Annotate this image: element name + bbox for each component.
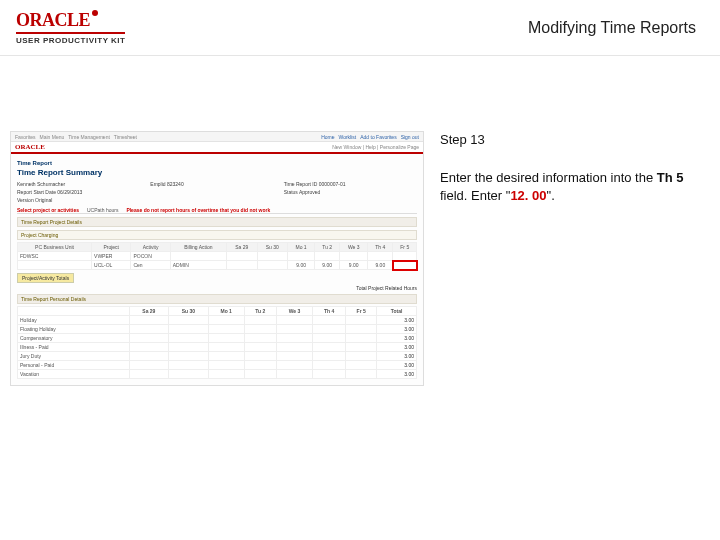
summary-trid: Time Report ID 0000007-01: [284, 181, 417, 187]
col: Fr 5: [393, 243, 417, 252]
top-link[interactable]: Worklist: [339, 134, 357, 140]
cell[interactable]: [169, 370, 209, 379]
cell[interactable]: [346, 334, 377, 343]
lbl: Status: [284, 189, 298, 195]
cell[interactable]: [129, 370, 168, 379]
row-total: 3.00: [377, 370, 417, 379]
button-row: Project/Activity Totals: [17, 273, 417, 283]
cell[interactable]: [276, 361, 312, 370]
cell[interactable]: [129, 325, 168, 334]
cell[interactable]: [313, 370, 346, 379]
cell[interactable]: 9.00: [340, 261, 368, 270]
val: 06/29/2013: [57, 189, 82, 195]
cell[interactable]: 9.00: [315, 261, 340, 270]
cell[interactable]: [257, 261, 287, 270]
step-label: Step 13: [440, 131, 702, 149]
top-link[interactable]: Sign out: [401, 134, 419, 140]
cell[interactable]: [208, 370, 244, 379]
cell[interactable]: [208, 325, 244, 334]
instruction-text: Enter the desired information into the T…: [440, 169, 702, 205]
val: Approved: [299, 189, 320, 195]
th5-input[interactable]: [393, 261, 417, 270]
cell[interactable]: [244, 334, 276, 343]
cell[interactable]: [346, 352, 377, 361]
window-links: New Window | Help | Personalize Page: [332, 144, 419, 150]
cell[interactable]: [276, 352, 312, 361]
cell[interactable]: [313, 361, 346, 370]
cell[interactable]: [313, 316, 346, 325]
cell[interactable]: Cen: [131, 261, 170, 270]
cell[interactable]: POCON: [131, 252, 170, 261]
cell[interactable]: [208, 316, 244, 325]
cell[interactable]: [227, 252, 257, 261]
cell[interactable]: [276, 316, 312, 325]
cell[interactable]: [208, 352, 244, 361]
cell[interactable]: VWPER: [92, 252, 131, 261]
breadcrumb-item: Timesheet: [114, 134, 137, 140]
cell[interactable]: [208, 334, 244, 343]
cell[interactable]: [208, 343, 244, 352]
col: Su 30: [257, 243, 287, 252]
cell[interactable]: [315, 252, 340, 261]
cell[interactable]: ADMIN: [170, 261, 226, 270]
cell[interactable]: [129, 334, 168, 343]
cell[interactable]: [276, 343, 312, 352]
cell[interactable]: [313, 325, 346, 334]
cell[interactable]: [129, 361, 168, 370]
cell[interactable]: [244, 325, 276, 334]
cell[interactable]: [208, 361, 244, 370]
cell[interactable]: [244, 343, 276, 352]
top-link[interactable]: Add to Favorites: [360, 134, 396, 140]
summary-status: Status Approved: [284, 189, 417, 195]
cell[interactable]: [169, 334, 209, 343]
cell[interactable]: [288, 252, 315, 261]
totals-button[interactable]: Project/Activity Totals: [17, 273, 74, 283]
lbl: Report Start Date: [17, 189, 56, 195]
cell[interactable]: [129, 343, 168, 352]
tab-select-proj[interactable]: Select project or activities: [17, 207, 79, 213]
cell[interactable]: 9.00: [288, 261, 315, 270]
summary-grid: Kenneth Schumacher Emplid 823240 Time Re…: [17, 181, 417, 203]
cell[interactable]: [227, 261, 257, 270]
cell[interactable]: [169, 343, 209, 352]
cell[interactable]: [346, 316, 377, 325]
cell[interactable]: [244, 361, 276, 370]
cell[interactable]: [313, 352, 346, 361]
cell[interactable]: [313, 343, 346, 352]
cell[interactable]: 9.00: [368, 261, 393, 270]
cell[interactable]: [257, 252, 287, 261]
cell[interactable]: [18, 261, 92, 270]
table-row: Floating Holiday3.00: [18, 325, 417, 334]
cell[interactable]: [346, 361, 377, 370]
page-header: ORACLE USER PRODUCTIVITY KIT Modifying T…: [0, 0, 720, 56]
cell[interactable]: [170, 252, 226, 261]
instr-value: 12. 00: [510, 188, 546, 203]
pcol: [18, 307, 130, 316]
cell[interactable]: FDWSC: [18, 252, 92, 261]
cell[interactable]: [313, 334, 346, 343]
cell[interactable]: [276, 370, 312, 379]
cell[interactable]: [276, 325, 312, 334]
cell[interactable]: [169, 316, 209, 325]
cell[interactable]: [346, 343, 377, 352]
cell[interactable]: [169, 325, 209, 334]
cell[interactable]: [129, 316, 168, 325]
cell[interactable]: [244, 352, 276, 361]
cell[interactable]: [346, 370, 377, 379]
cell[interactable]: [276, 334, 312, 343]
totals-right-label: Total Project Related Hours: [17, 285, 417, 291]
cell[interactable]: [129, 352, 168, 361]
cell[interactable]: [244, 316, 276, 325]
cell[interactable]: [340, 252, 368, 261]
instr-field: Th 5: [657, 170, 684, 185]
cell[interactable]: [244, 370, 276, 379]
cell[interactable]: [368, 252, 393, 261]
cell[interactable]: [346, 325, 377, 334]
cell[interactable]: [393, 252, 417, 261]
cell[interactable]: UCL-OL: [92, 261, 131, 270]
cell[interactable]: [169, 352, 209, 361]
top-link[interactable]: Home: [321, 134, 334, 140]
cell[interactable]: [169, 361, 209, 370]
time-table-header: PC Business Unit Project Activity Billin…: [18, 243, 417, 252]
row-name: Illness - Paid: [18, 343, 130, 352]
